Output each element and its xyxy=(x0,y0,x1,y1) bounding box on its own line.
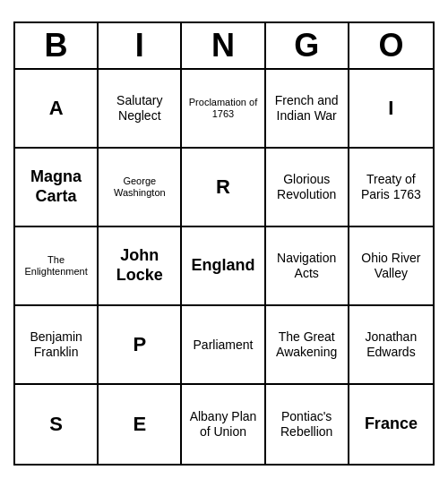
bingo-cell: Salutary Neglect xyxy=(99,70,182,149)
bingo-cell: Magna Carta xyxy=(15,149,99,227)
bingo-cell: Glorious Revolution xyxy=(266,149,349,227)
header-letter: O xyxy=(349,23,433,68)
bingo-cell: Albany Plan of Union xyxy=(182,385,265,464)
header-letter: N xyxy=(182,23,265,68)
bingo-cell: George Washington xyxy=(99,149,182,227)
bingo-cell: Jonathan Edwards xyxy=(349,306,433,385)
bingo-cell: A xyxy=(15,70,99,149)
bingo-cell: E xyxy=(99,385,182,464)
bingo-cell: Benjamin Franklin xyxy=(15,306,99,385)
bingo-cell: R xyxy=(182,149,265,227)
bingo-cell: French and Indian War xyxy=(266,70,349,149)
bingo-cell: The Great Awakening xyxy=(266,306,349,385)
bingo-card: BINGO ASalutary NeglectProclamation of 1… xyxy=(13,21,435,466)
bingo-cell: I xyxy=(349,70,433,149)
bingo-grid: ASalutary NeglectProclamation of 1763Fre… xyxy=(15,70,433,464)
bingo-cell: John Locke xyxy=(99,227,182,306)
bingo-cell: Treaty of Paris 1763 xyxy=(349,149,433,227)
bingo-header: BINGO xyxy=(15,23,433,70)
bingo-cell: Navigation Acts xyxy=(266,227,349,306)
bingo-cell: England xyxy=(182,227,265,306)
header-letter: I xyxy=(99,23,182,68)
bingo-cell: S xyxy=(15,385,99,464)
bingo-cell: The Enlightenment xyxy=(15,227,99,306)
header-letter: B xyxy=(15,23,99,68)
bingo-cell: Ohio River Valley xyxy=(349,227,433,306)
bingo-cell: France xyxy=(349,385,433,464)
header-letter: G xyxy=(266,23,349,68)
bingo-cell: P xyxy=(99,306,182,385)
bingo-cell: Proclamation of 1763 xyxy=(182,70,265,149)
bingo-cell: Pontiac's Rebellion xyxy=(266,385,349,464)
bingo-cell: Parliament xyxy=(182,306,265,385)
